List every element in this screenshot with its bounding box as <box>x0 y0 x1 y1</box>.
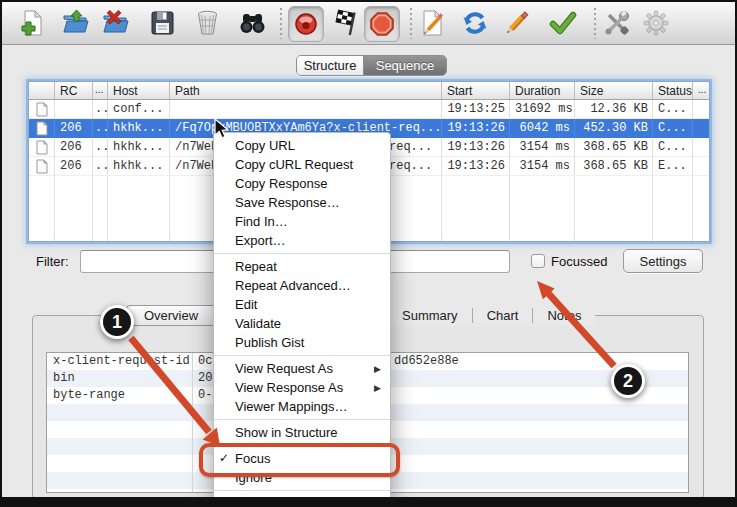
stop-button[interactable] <box>364 6 400 42</box>
edit-request-button[interactable] <box>419 9 447 37</box>
new-session-button[interactable] <box>18 9 46 37</box>
menu-separator <box>214 355 390 356</box>
save-icon <box>149 9 177 37</box>
menu-item-viewer-mappings[interactable]: Viewer Mappings… <box>214 397 390 416</box>
focus-highlight-annotation <box>199 443 400 477</box>
tab-structure[interactable]: Structure <box>297 56 363 75</box>
app-window: Structure Sequence RC ... Host Path Star… <box>2 2 735 501</box>
refresh-button[interactable] <box>461 9 489 37</box>
kv-column-divider <box>192 353 193 493</box>
tab-summary[interactable]: Summary <box>388 305 472 326</box>
menu-item-repeat[interactable]: Repeat <box>214 257 390 276</box>
save-button[interactable] <box>149 9 177 37</box>
table-row[interactable]: .. conf... 19:13:25 31692 ms 12.36 KB C.… <box>29 100 709 119</box>
menu-item-validate[interactable]: Validate <box>214 314 390 333</box>
table-header: RC ... Host Path Start Duration Size Sta… <box>29 82 709 100</box>
step-badge-2: 2 <box>611 364 645 398</box>
menu-separator <box>214 253 390 254</box>
screenshot-frame: Structure Sequence RC ... Host Path Star… <box>0 0 737 507</box>
menu-item-view-request-as[interactable]: View Request As▶ <box>214 359 390 378</box>
menu-item-edit[interactable]: Edit <box>214 295 390 314</box>
close-session-button[interactable] <box>102 9 130 37</box>
filter-label: Filter: <box>36 254 69 269</box>
submenu-arrow-icon: ▶ <box>374 360 381 379</box>
toolbar-separator <box>280 8 282 39</box>
tools-icon <box>603 9 631 37</box>
col-rc[interactable]: RC <box>55 82 93 99</box>
tools-button[interactable] <box>603 9 631 37</box>
settings-button[interactable]: Settings <box>623 249 703 273</box>
focussed-label[interactable]: Focussed <box>551 254 607 269</box>
col-status[interactable]: Status <box>653 82 693 99</box>
binoculars-icon <box>239 9 267 37</box>
tab-sequence[interactable]: Sequence <box>363 56 446 75</box>
col-flag[interactable]: ... <box>93 82 108 99</box>
open-folder-icon <box>62 9 90 37</box>
go-button[interactable] <box>332 9 360 37</box>
new-session-icon <box>18 9 46 37</box>
toolbar-separator <box>594 8 596 39</box>
record-icon <box>292 10 320 38</box>
trash-icon <box>194 9 222 37</box>
stop-icon <box>368 10 396 38</box>
close-folder-icon <box>102 9 130 37</box>
menu-item-save-response[interactable]: Save Response… <box>214 193 390 212</box>
col-start[interactable]: Start <box>442 82 510 99</box>
menu-item-publish-gist[interactable]: Publish Gist <box>214 333 390 352</box>
col-path[interactable]: Path <box>170 82 442 99</box>
menu-separator <box>214 419 390 420</box>
step-badge-1: 1 <box>100 305 134 339</box>
focussed-checkbox[interactable] <box>531 254 545 268</box>
trash-button[interactable] <box>194 9 222 37</box>
refresh-icon <box>461 9 489 37</box>
col-more[interactable]: ... <box>693 82 709 99</box>
toolbar-separator <box>410 8 412 39</box>
menu-item-repeat-advanced[interactable]: Repeat Advanced… <box>214 276 390 295</box>
edit-button[interactable] <box>503 9 531 37</box>
document-icon <box>36 159 48 174</box>
pencil-icon <box>503 9 531 37</box>
menu-item-copy-url[interactable]: Copy URL <box>214 136 390 155</box>
view-switch: Structure Sequence <box>296 55 447 76</box>
document-icon <box>36 102 48 117</box>
menu-item-show-in-structure[interactable]: Show in Structure <box>214 423 390 442</box>
tab-overview[interactable]: Overview <box>126 305 216 326</box>
checkmark-icon <box>549 9 577 37</box>
menu-item-export[interactable]: Export… <box>214 231 390 250</box>
menu-item-view-response-as[interactable]: View Response As▶ <box>214 378 390 397</box>
validate-button[interactable] <box>549 9 577 37</box>
preferences-button[interactable] <box>642 9 670 37</box>
col-host[interactable]: Host <box>108 82 170 99</box>
record-button[interactable] <box>288 6 324 42</box>
menu-item-copy-curl-request[interactable]: Copy cURL Request <box>214 155 390 174</box>
mouse-cursor-icon <box>213 118 229 140</box>
toolbar <box>2 2 735 45</box>
submenu-arrow-icon: ▶ <box>374 379 381 398</box>
checkered-flag-icon <box>332 9 360 37</box>
col-size[interactable]: Size <box>575 82 653 99</box>
tab-notes[interactable]: Notes <box>533 305 595 326</box>
document-pencil-icon <box>419 9 447 37</box>
menu-separator <box>214 490 390 491</box>
col-duration[interactable]: Duration <box>510 82 575 99</box>
find-button[interactable] <box>239 9 267 37</box>
detail-tabs: Summary Chart Notes <box>388 305 595 326</box>
document-icon <box>36 121 48 136</box>
tab-chart[interactable]: Chart <box>473 305 533 326</box>
menu-item-copy-response[interactable]: Copy Response <box>214 174 390 193</box>
document-icon <box>36 140 48 155</box>
gear-icon <box>642 9 670 37</box>
menu-item-find-in[interactable]: Find In… <box>214 212 390 231</box>
open-button[interactable] <box>62 9 90 37</box>
